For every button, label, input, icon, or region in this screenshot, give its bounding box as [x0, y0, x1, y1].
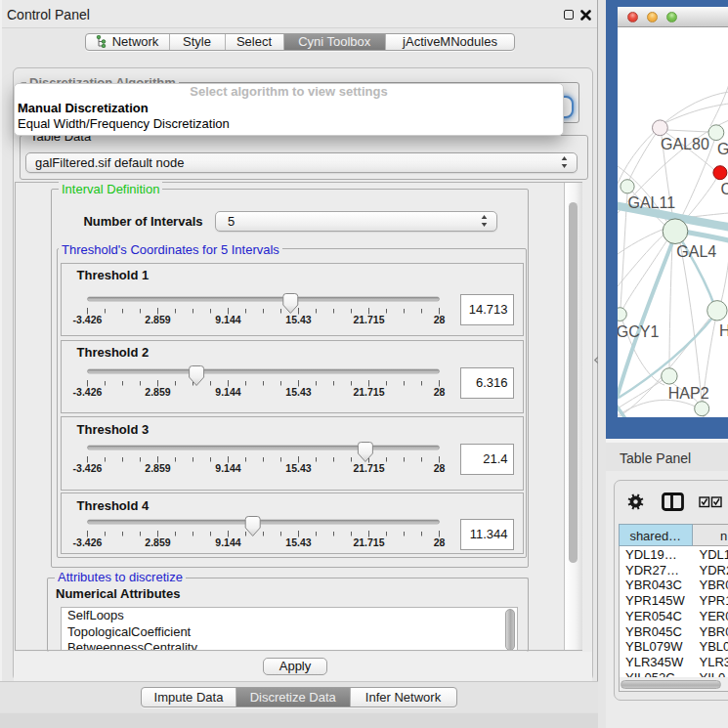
svg-text:-3.426: -3.426: [73, 536, 103, 548]
svg-text:21.715: 21.715: [353, 386, 384, 398]
svg-text:21.715: 21.715: [353, 462, 384, 474]
svg-text:-3.426: -3.426: [73, 314, 103, 325]
svg-text:15.43: 15.43: [285, 386, 311, 398]
svg-text:-3.426: -3.426: [73, 386, 103, 398]
svg-text:HAP2: HAP2: [667, 385, 708, 402]
svg-text:9.144: 9.144: [215, 314, 240, 325]
svg-text:2.859: 2.859: [145, 386, 170, 398]
svg-text:9.144: 9.144: [215, 536, 240, 548]
svg-text:H: H: [719, 322, 728, 339]
svg-text:28: 28: [434, 462, 446, 474]
svg-text:GAL80: GAL80: [661, 136, 709, 152]
svg-text:GAL4: GAL4: [676, 243, 716, 260]
svg-text:9.144: 9.144: [215, 386, 240, 398]
svg-text:2.859: 2.859: [145, 314, 170, 325]
svg-text:GCY1: GCY1: [618, 323, 659, 340]
svg-text:15.43: 15.43: [285, 536, 311, 548]
svg-text:21.715: 21.715: [353, 536, 384, 548]
svg-text:28: 28: [434, 386, 446, 398]
svg-text:2.859: 2.859: [145, 462, 170, 474]
svg-text:-3.426: -3.426: [73, 462, 103, 474]
svg-text:GA: GA: [717, 141, 728, 157]
svg-text:15.43: 15.43: [285, 314, 311, 325]
svg-text:15.43: 15.43: [285, 462, 311, 474]
svg-text:28: 28: [434, 536, 446, 548]
svg-text:9.144: 9.144: [215, 462, 240, 474]
svg-text:28: 28: [434, 314, 446, 325]
svg-text:C: C: [720, 181, 728, 197]
svg-text:GAL11: GAL11: [627, 194, 675, 211]
svg-text:21.715: 21.715: [353, 314, 384, 325]
svg-text:2.859: 2.859: [145, 536, 170, 548]
